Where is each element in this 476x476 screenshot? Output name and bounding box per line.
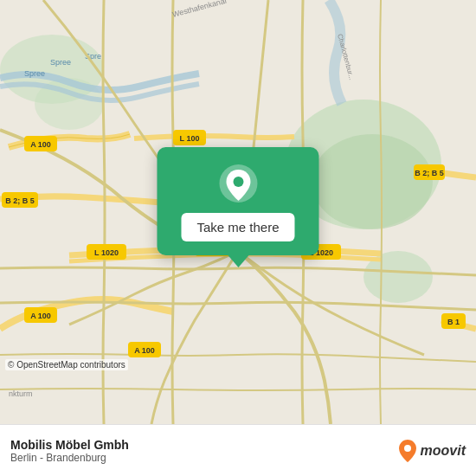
moovit-logo-text: moovit	[421, 443, 466, 459]
footer-text: Mobilis Möbel Gmbh Berlin - Brandenburg	[10, 438, 129, 464]
svg-text:A 100: A 100	[134, 346, 155, 355]
svg-text:Spree: Spree	[50, 58, 71, 67]
svg-text:Spree: Spree	[24, 69, 45, 78]
svg-text:B 2; B 5: B 2; B 5	[5, 196, 35, 205]
map-container: Spree Spree Spre	[0, 0, 476, 424]
osm-attribution: © OpenStreetMap contributors	[5, 359, 128, 370]
take-me-there-button[interactable]: Take me there	[181, 213, 294, 241]
svg-text:B 2; B 5: B 2; B 5	[415, 169, 444, 177]
svg-point-34	[404, 445, 411, 452]
svg-text:A 100: A 100	[30, 140, 51, 149]
popup-overlay: Take me there	[157, 147, 318, 255]
svg-point-33	[233, 177, 243, 187]
popup-card: Take me there	[157, 147, 318, 255]
moovit-pin-icon	[398, 439, 417, 463]
svg-point-2	[312, 134, 433, 229]
footer-subtitle: Berlin - Brandenburg	[10, 452, 129, 464]
moovit-logo: moovit	[398, 439, 466, 463]
svg-text:nkturm: nkturm	[9, 389, 33, 398]
footer: Mobilis Möbel Gmbh Berlin - Brandenburg …	[0, 424, 476, 476]
svg-text:B 1: B 1	[447, 318, 460, 326]
svg-text:L 1020: L 1020	[94, 248, 119, 257]
location-pin-icon	[217, 163, 259, 204]
footer-title: Mobilis Möbel Gmbh	[10, 438, 129, 452]
svg-text:A 100: A 100	[30, 312, 51, 320]
svg-text:L 100: L 100	[180, 134, 200, 143]
